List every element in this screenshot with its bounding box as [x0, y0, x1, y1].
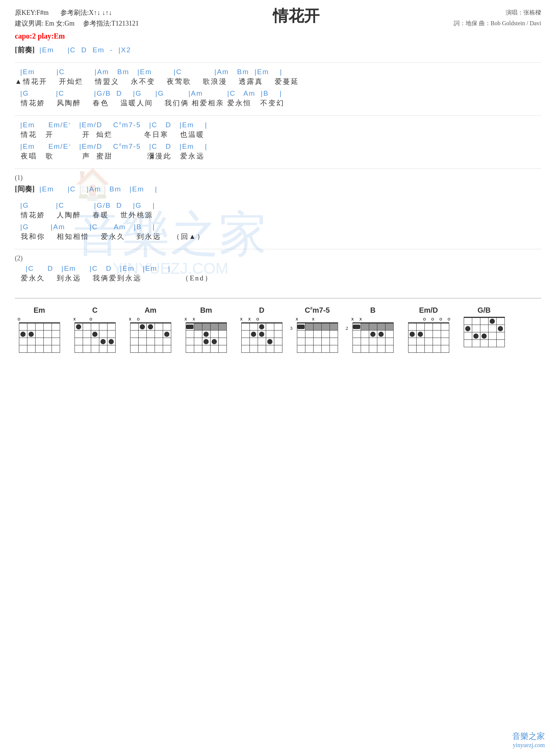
- section-ending: |C D |Em |C D |Em |Em | 爱永久 到永远 我俩爱到永远 （…: [15, 264, 541, 283]
- chord-diagram-em-d: Em/D o o o o: [404, 306, 453, 353]
- lyric-line-7: 爱永久 到永远 我俩爱到永远 （End）: [15, 273, 541, 283]
- header-right: 演唱：张栋樑 詞：地保 曲：Bob Goldstein / Davi: [454, 7, 541, 29]
- chord-line-5: |G |C |G/B D |G |: [15, 201, 541, 210]
- logo-english: yinyuezj.com: [512, 742, 545, 749]
- interlude-header: [间奏] |Em |C |Am Bm |Em |: [15, 184, 541, 194]
- section-verse2: |G |C |G/B D |G | 情花娇 人陶醉 春暖 世外桃源 |G |Am…: [15, 201, 541, 241]
- song-title: 情花开: [139, 6, 454, 26]
- chord-diagram-am: Am x o: [126, 306, 175, 353]
- prelude-chords: |Em |C D Em - |X2: [39, 46, 131, 54]
- chord-name-em: Em: [33, 306, 45, 315]
- divider3: [15, 168, 541, 169]
- chord-line-7: |C D |Em |C D |Em |Em |: [15, 264, 541, 273]
- chord-name-bm: Bm: [200, 306, 212, 315]
- lyric-line-6: 我和你 相知相惜 爱永久 到永远 （回▲）: [15, 232, 541, 241]
- chord-diagram-c-sharp-m7-5: C#m7-5 x x 3: [293, 306, 342, 353]
- original-key: 原KEY:F#m: [15, 9, 49, 16]
- chord-name-d: D: [259, 306, 264, 315]
- chord-name-gb: G/B: [477, 306, 491, 315]
- section-interlude: [间奏] |Em |C |Am Bm |Em |: [15, 184, 541, 194]
- key-info: 原KEY:F#m 参考刷法:X↑↓ ↓↑↓: [15, 7, 139, 18]
- chord-line-3: |Em Em/E♭ |Em/D C#m7-5 |C D |Em |: [15, 121, 541, 129]
- chord-name-c: C: [92, 306, 97, 315]
- lyric-line-5: 情花娇 人陶醉 春暖 世外桃源: [15, 210, 541, 220]
- chord-line-6: |G |Am |C Am |B |: [15, 223, 541, 231]
- singer: 演唱：张栋樑: [454, 7, 541, 18]
- header-left: 原KEY:F#m 参考刷法:X↑↓ ↓↑↓ 建议男调: Em 女:Gm 参考指法…: [15, 7, 139, 29]
- chord-name-am: Am: [145, 306, 156, 315]
- lyric-line-4: 夜唱 歌 声 蜜甜 瀰漫此 爱永远: [15, 151, 541, 161]
- chord-name-b: B: [370, 306, 375, 315]
- divider2: [15, 115, 541, 116]
- footer-logo: 音樂之家 yinyuezj.com: [512, 731, 545, 749]
- part-1-label: (1): [15, 174, 541, 182]
- chord-diagrams-row: Em o: [15, 306, 541, 353]
- chord-diagram-em: Em o: [15, 306, 64, 353]
- chord-diagram-bm: Bm x x: [182, 306, 231, 353]
- chord-line-2: |G |C |G/B D |G |G |Am |C Am |B |: [15, 89, 541, 98]
- section-verse1: |Em |C |Am Bm |Em |C |Am Bm |Em | ▲情花开 开…: [15, 68, 541, 108]
- divider1: [15, 62, 541, 63]
- part-2-label: (2): [15, 254, 541, 262]
- section-prelude: [前奏] |Em |C D Em - |X2: [15, 45, 541, 55]
- suggest-key: 建议男调: Em 女:Gm 参考指法:T1213121: [15, 18, 139, 29]
- capo-line: capo:2 play:Em: [15, 32, 541, 40]
- lyric-line-3: 情花 开 开 灿烂 冬日寒 也温暖: [15, 130, 541, 139]
- logo-chinese: 音樂之家: [512, 731, 545, 742]
- chord-diagram-g-b: G/B: [460, 306, 509, 347]
- chord-name-csm75: C#m7-5: [305, 306, 330, 315]
- section-chorus: |Em Em/E♭ |Em/D C#m7-5 |C D |Em | 情花 开 开…: [15, 121, 541, 161]
- chord-diagrams-section: Em o: [15, 298, 541, 353]
- header: 原KEY:F#m 参考刷法:X↑↓ ↓↑↓ 建议男调: Em 女:Gm 参考指法…: [15, 7, 541, 29]
- divider4: [15, 249, 541, 249]
- strum-pattern: 参考刷法:X↑↓ ↓↑↓: [60, 9, 112, 16]
- chord-diagram-c: C x o: [70, 306, 119, 353]
- page: 原KEY:F#m 参考刷法:X↑↓ ↓↑↓ 建议男调: Em 女:Gm 参考指法…: [0, 0, 556, 756]
- chord-line-1: |Em |C |Am Bm |Em |C |Am Bm |Em |: [15, 68, 541, 76]
- chord-diagram-b: B x x 2: [348, 306, 397, 353]
- lyric-line-1: ▲情花开 开灿烂 情盟义 永不变 夜莺歌 歌浪漫 透露真 爱蔓延: [15, 77, 541, 86]
- chord-diagram-d: D x x o: [237, 306, 286, 353]
- lyricist-composer: 詞：地保 曲：Bob Goldstein / Davi: [454, 18, 541, 29]
- chord-name-emd: Em/D: [419, 306, 438, 315]
- chord-line-4: |Em Em/E♭ |Em/D C#m7-5 |C D |Em |: [15, 142, 541, 151]
- lyric-line-2: 情花娇 风陶醉 春色 温暖人间 我们俩 相爱相亲 爱永恒 不变幻: [15, 98, 541, 108]
- interlude-chords: |Em |C |Am Bm |Em |: [39, 185, 158, 193]
- prelude-header: [前奏] |Em |C D Em - |X2: [15, 45, 541, 55]
